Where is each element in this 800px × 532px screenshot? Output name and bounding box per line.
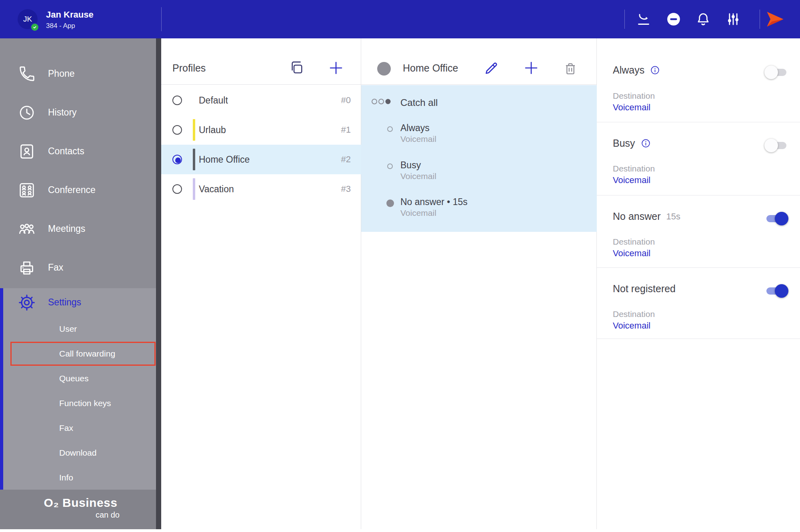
call-pull-icon[interactable] <box>636 11 652 27</box>
destination-value[interactable]: Voicemail <box>613 175 650 185</box>
timeout-value: 15s <box>666 211 680 222</box>
profile-row-home-office[interactable]: Home Office #2 <box>161 145 361 174</box>
contacts-icon <box>18 142 36 161</box>
forwarding-rules-panel: Catch all Always Voicemail Busy Voicemai… <box>361 85 597 232</box>
profiles-header: Profiles <box>161 38 361 85</box>
profile-detail-header: Home Office <box>361 38 596 85</box>
rule-destination: Voicemail <box>400 134 436 144</box>
info-icon[interactable] <box>650 65 660 75</box>
sidebar-item-settings[interactable]: Settings <box>0 288 161 317</box>
rule-state-icon <box>387 163 393 169</box>
rule-always[interactable]: Always Voicemail <box>361 123 597 146</box>
user-extension: 384 - App <box>46 22 75 30</box>
destination-value[interactable]: Voicemail <box>613 248 650 259</box>
profile-detail-title: Home Office <box>403 62 458 74</box>
highlight-box <box>10 342 156 366</box>
no-answer-toggle[interactable] <box>766 212 787 225</box>
rule-state-icon <box>387 126 393 132</box>
topbar-divider <box>624 10 625 29</box>
rule-title: Always <box>400 123 430 133</box>
profile-row-vacation[interactable]: Vacation #3 <box>161 174 361 204</box>
radio-button[interactable] <box>172 155 182 164</box>
forwarding-section-title: Busy <box>613 137 635 149</box>
destination-label: Destination <box>613 309 655 319</box>
forwarding-section-title-row: Busy <box>613 137 656 149</box>
brand-logo-line2: can do <box>0 510 161 520</box>
sidebar-subitem-user[interactable]: User <box>0 317 161 341</box>
sidebar-item-contacts[interactable]: Contacts <box>0 132 161 171</box>
sidebar-subitem-label: Fax <box>59 423 73 433</box>
sliders-icon[interactable] <box>725 11 741 27</box>
forwarding-section-always: Always Destination Voicemail <box>597 38 800 122</box>
profile-name: Default <box>199 95 228 106</box>
profiles-panel: Profiles Default #0 Urlaub #1 <box>161 38 361 529</box>
busy-toggle[interactable] <box>766 139 787 152</box>
forwarding-section-not-registered: Not registered Destination Voicemail <box>597 268 800 339</box>
profile-row-urlaub[interactable]: Urlaub #1 <box>161 115 361 145</box>
fax-icon <box>18 259 36 277</box>
sidebar-item-history[interactable]: History <box>0 93 161 132</box>
sidebar-scrollbar[interactable] <box>156 38 161 529</box>
profile-detail-panel: Home Office Catch all <box>361 38 597 529</box>
profile-name: Urlaub <box>199 125 226 135</box>
rule-no-answer[interactable]: No answer • 15s Voicemail <box>361 197 597 220</box>
copy-profile-icon[interactable] <box>288 60 305 76</box>
sidebar-subitem-info[interactable]: Info <box>0 465 161 490</box>
destination-value[interactable]: Voicemail <box>613 102 650 113</box>
rule-title: Busy <box>400 160 421 171</box>
topbar-divider <box>161 7 162 31</box>
rule-destination: Voicemail <box>400 208 436 218</box>
sidebar-subitem-label: Info <box>59 473 73 482</box>
brand-logo: O₂ Business can do <box>0 490 161 529</box>
sidebar-item-conference[interactable]: Conference <box>0 171 161 209</box>
sidebar-subitem-download[interactable]: Download <box>0 440 161 465</box>
trash-icon[interactable] <box>563 61 578 76</box>
sidebar-subitem-label: Download <box>59 448 96 458</box>
forwarding-section-busy: Busy Destination Voicemail <box>597 122 800 195</box>
conference-icon <box>18 181 36 199</box>
sidebar-item-label: Phone <box>48 68 75 79</box>
info-icon[interactable] <box>641 138 651 148</box>
pencil-icon[interactable] <box>483 60 499 76</box>
sidebar-subitem-label: User <box>59 324 77 334</box>
profile-number: #2 <box>341 154 351 165</box>
sidebar-subitem-call-forwarding[interactable]: Call forwarding <box>0 341 161 366</box>
profile-color-bar <box>193 178 195 200</box>
catch-all-label: Catch all <box>400 97 438 108</box>
forwarding-section-title-row: Not registered <box>613 283 681 295</box>
bell-icon[interactable] <box>695 11 711 27</box>
sidebar-subitem-function-keys[interactable]: Function keys <box>0 391 161 416</box>
rule-state-icon <box>386 199 394 207</box>
topbar-divider <box>760 10 760 29</box>
history-icon <box>18 104 36 122</box>
profile-row-default[interactable]: Default #0 <box>161 86 361 115</box>
profile-color-bar <box>193 90 195 111</box>
sidebar: Phone History Contacts <box>0 38 161 529</box>
sidebar-subitem-fax[interactable]: Fax <box>0 416 161 440</box>
destination-label: Destination <box>613 237 655 247</box>
forwarding-section-title: Not registered <box>613 283 676 295</box>
sidebar-item-phone[interactable]: Phone <box>0 54 161 93</box>
sidebar-item-label: Contacts <box>48 146 84 157</box>
sidebar-item-meetings[interactable]: Meetings <box>0 209 161 248</box>
sidebar-subitem-label: Queues <box>59 374 89 383</box>
destination-value[interactable]: Voicemail <box>613 321 650 331</box>
app-window: JK Jan Krause 384 - App <box>0 0 800 532</box>
sidebar-item-fax[interactable]: Fax <box>0 248 161 287</box>
catch-all-row[interactable]: Catch all <box>361 96 597 112</box>
rule-busy[interactable]: Busy Voicemail <box>361 160 597 183</box>
radio-button[interactable] <box>172 125 182 135</box>
do-not-disturb-icon[interactable] <box>666 11 682 27</box>
radio-button[interactable] <box>172 184 182 194</box>
sidebar-item-label: History <box>48 107 77 118</box>
forwarding-section-no-answer: No answer 15s Destination Voicemail <box>597 195 800 268</box>
always-toggle[interactable] <box>766 66 787 79</box>
forwarding-section-title-row: Always <box>613 64 666 76</box>
radio-button[interactable] <box>172 96 182 105</box>
brand-send-icon[interactable] <box>765 9 786 30</box>
not-registered-toggle[interactable] <box>766 284 787 298</box>
add-profile-icon[interactable] <box>328 60 344 76</box>
sidebar-subitem-queues[interactable]: Queues <box>0 366 161 391</box>
add-rule-icon[interactable] <box>523 60 540 76</box>
brand-logo-line1: O₂ Business <box>0 490 161 510</box>
